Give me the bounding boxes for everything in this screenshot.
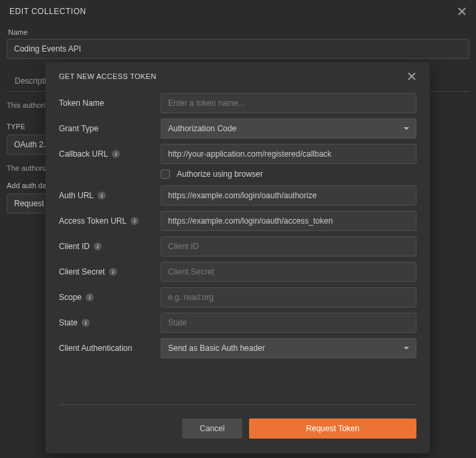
info-icon[interactable]: i (109, 268, 117, 276)
label-scope-text: Scope (59, 293, 82, 302)
token-modal-header: GET NEW ACCESS TOKEN (46, 62, 430, 81)
row-client-auth: Client Authentication Send as Basic Auth… (59, 338, 416, 358)
label-client-auth: Client Authentication (59, 344, 161, 353)
close-icon[interactable] (407, 72, 416, 81)
info-icon[interactable]: i (98, 192, 106, 200)
row-scope: Scope i (59, 287, 416, 307)
auth-type-value: OAuth 2.0 (14, 140, 50, 149)
token-modal-title: GET NEW ACCESS TOKEN (59, 72, 156, 80)
info-icon[interactable]: i (86, 293, 94, 301)
row-token-name: Token Name (59, 93, 416, 113)
label-scope: Scope i (59, 293, 161, 302)
label-token-name-text: Token Name (59, 98, 104, 108)
label-client-secret: Client Secret i (59, 267, 161, 277)
label-auth-url: Auth URL i (59, 191, 161, 200)
client-secret-input[interactable] (161, 262, 416, 282)
name-label: Name (8, 28, 469, 36)
callback-url-input[interactable] (161, 144, 416, 164)
client-auth-value: Send as Basic Auth header (168, 344, 265, 353)
label-grant-type: Grant Type (59, 124, 161, 133)
row-callback-url: Callback URL i (59, 144, 416, 164)
label-state-text: State (59, 318, 78, 327)
row-client-id: Client ID i (59, 236, 416, 256)
client-auth-select[interactable]: Send as Basic Auth header (161, 338, 416, 358)
grant-type-select[interactable]: Authorization Code (161, 119, 416, 139)
chevron-down-icon (404, 347, 409, 350)
info-icon[interactable]: i (82, 319, 90, 327)
edit-collection-header: EDIT COLLECTION (7, 7, 469, 23)
close-icon[interactable] (457, 7, 467, 16)
label-grant-type-text: Grant Type (59, 124, 98, 133)
access-token-url-input[interactable] (161, 211, 416, 231)
token-name-input[interactable] (161, 93, 416, 113)
token-modal-footer: Cancel Request Token (46, 405, 430, 453)
label-state: State i (59, 318, 161, 327)
token-modal-body: Token Name Grant Type Authorization Code… (46, 81, 430, 399)
label-access-token-url-text: Access Token URL (59, 216, 127, 226)
label-access-token-url: Access Token URL i (59, 216, 161, 226)
scope-input[interactable] (161, 287, 416, 307)
chevron-down-icon (404, 127, 409, 130)
label-client-auth-text: Client Authentication (59, 344, 132, 353)
info-icon[interactable]: i (131, 217, 139, 225)
row-grant-type: Grant Type Authorization Code (59, 119, 416, 139)
authorize-browser-checkbox[interactable] (161, 169, 170, 179)
label-client-id: Client ID i (59, 242, 161, 251)
cancel-button[interactable]: Cancel (182, 418, 242, 439)
request-token-button[interactable]: Request Token (249, 418, 416, 439)
row-access-token-url: Access Token URL i (59, 211, 416, 231)
label-callback-url-text: Callback URL (59, 149, 108, 159)
get-access-token-modal: GET NEW ACCESS TOKEN Token Name Grant Ty… (46, 62, 430, 453)
row-auth-url: Auth URL i (59, 185, 416, 206)
info-icon[interactable]: i (112, 150, 120, 158)
auth-url-input[interactable] (161, 185, 416, 206)
edit-collection-title: EDIT COLLECTION (9, 7, 86, 16)
label-callback-url: Callback URL i (59, 149, 161, 159)
client-id-input[interactable] (161, 236, 416, 256)
label-client-secret-text: Client Secret (59, 267, 105, 277)
row-state: State i (59, 313, 416, 333)
label-auth-url-text: Auth URL (59, 191, 94, 200)
row-authorize-browser: Authorize using browser (161, 169, 416, 179)
grant-type-value: Authorization Code (168, 124, 236, 133)
label-token-name: Token Name (59, 98, 161, 108)
row-client-secret: Client Secret i (59, 262, 416, 282)
label-client-id-text: Client ID (59, 242, 90, 251)
state-input[interactable] (161, 313, 416, 333)
collection-name-input[interactable] (7, 39, 469, 59)
info-icon[interactable]: i (94, 242, 102, 250)
authorize-browser-label: Authorize using browser (177, 169, 263, 179)
